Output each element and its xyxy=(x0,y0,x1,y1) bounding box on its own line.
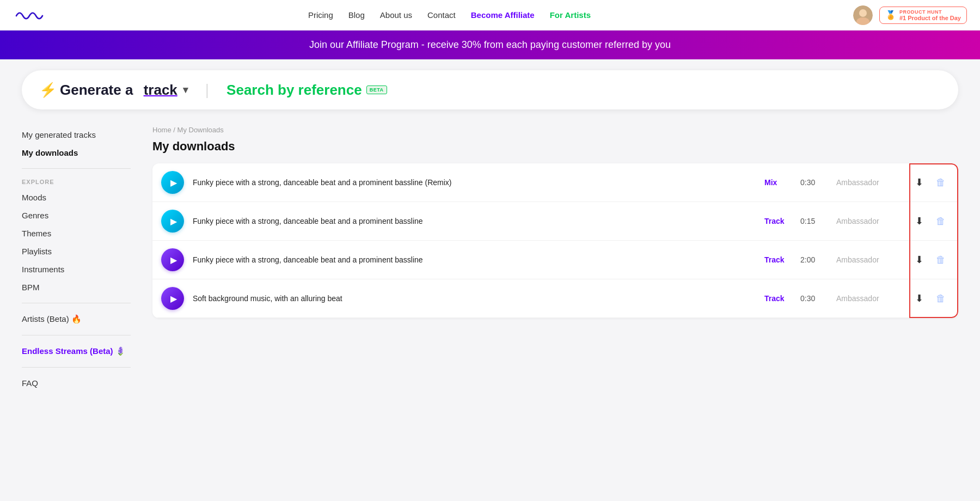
table-row: ▶ Funky piece with a strong, danceable b… xyxy=(152,202,958,241)
play-button-2[interactable]: ▶ xyxy=(161,210,184,233)
table-row: ▶ Funky piece with a strong, danceable b… xyxy=(152,241,958,279)
track-type-4[interactable]: Track xyxy=(764,294,792,303)
affiliate-banner[interactable]: Join our Affiliate Program - receive 30%… xyxy=(0,30,980,59)
breadcrumb-separator: / xyxy=(173,126,177,134)
nav-right: 🏅 PRODUCT HUNT #1 Product of the Day xyxy=(853,5,967,25)
track-description-4: Soft background music, with an alluring … xyxy=(193,294,756,303)
nav-links: Pricing Blog About us Contact Become Aff… xyxy=(308,10,591,20)
sidebar-divider-1 xyxy=(22,168,131,169)
sidebar-item-endless-streams[interactable]: Endless Streams (Beta) 🪻 xyxy=(22,342,131,361)
track-description-2: Funky piece with a strong, danceable bea… xyxy=(193,217,756,225)
ph-sublabel: #1 Product of the Day xyxy=(899,15,961,21)
download-button-3[interactable]: ⬇ xyxy=(910,251,928,268)
track-type-3[interactable]: Track xyxy=(764,255,792,264)
content-area: Home / My Downloads My downloads ▶ Funky… xyxy=(142,120,958,392)
chevron-down-icon: ▾ xyxy=(183,84,188,96)
sidebar-item-instruments[interactable]: Instruments xyxy=(22,260,131,278)
delete-button-2[interactable]: 🗑 xyxy=(932,212,950,230)
ph-medal-icon: 🏅 xyxy=(885,10,896,20)
sidebar-divider-3 xyxy=(22,335,131,335)
play-icon: ▶ xyxy=(170,294,177,304)
search-bar: ⚡ Generate a track ▾ | Search by referen… xyxy=(22,70,958,109)
track-plan-4: Ambassador xyxy=(836,294,902,303)
sidebar-divider-2 xyxy=(22,303,131,303)
sidebar-divider-4 xyxy=(22,367,131,368)
play-icon: ▶ xyxy=(170,255,177,265)
explore-section-label: EXPLORE xyxy=(22,179,131,185)
breadcrumb-current: My Downloads xyxy=(177,126,224,134)
track-description-3: Funky piece with a strong, danceable bea… xyxy=(193,255,756,264)
nav-pricing[interactable]: Pricing xyxy=(308,10,333,20)
generate-label: Generate a xyxy=(60,82,133,99)
nav-blog[interactable]: Blog xyxy=(348,10,365,20)
main-layout: My generated tracks My downloads EXPLORE… xyxy=(22,120,958,392)
page-title: My downloads xyxy=(152,139,958,154)
table-row: ▶ Funky piece with a strong, danceable b… xyxy=(152,163,958,202)
track-actions-1: ⬇ 🗑 xyxy=(910,174,950,191)
sidebar-item-themes[interactable]: Themes xyxy=(22,224,131,242)
play-button-1[interactable]: ▶ xyxy=(161,171,184,194)
track-duration-1: 0:30 xyxy=(800,178,828,187)
track-plan-3: Ambassador xyxy=(836,255,902,264)
nav-contact[interactable]: Contact xyxy=(427,10,456,20)
track-actions-2: ⬇ 🗑 xyxy=(910,212,950,230)
delete-button-3[interactable]: 🗑 xyxy=(932,251,950,268)
track-duration-4: 0:30 xyxy=(800,294,828,303)
product-hunt-badge[interactable]: 🏅 PRODUCT HUNT #1 Product of the Day xyxy=(879,7,967,24)
sidebar-item-genres[interactable]: Genres xyxy=(22,206,131,224)
play-icon: ▶ xyxy=(170,178,177,188)
divider: | xyxy=(205,81,209,99)
lightning-icon: ⚡ xyxy=(39,82,57,99)
search-ref-label: Search by reference xyxy=(226,82,362,99)
track-type-2[interactable]: Track xyxy=(764,217,792,225)
track-plan-2: Ambassador xyxy=(836,217,902,225)
sidebar-item-playlists[interactable]: Playlists xyxy=(22,242,131,260)
sidebar-item-bpm[interactable]: BPM xyxy=(22,278,131,296)
top-nav: Pricing Blog About us Contact Become Aff… xyxy=(0,0,980,30)
track-word: track xyxy=(144,82,177,99)
track-duration-2: 0:15 xyxy=(800,217,828,225)
sidebar-item-faq[interactable]: FAQ xyxy=(22,374,131,392)
sidebar-item-my-downloads[interactable]: My downloads xyxy=(22,144,131,162)
sidebar-item-artists-beta[interactable]: Artists (Beta) 🔥 xyxy=(22,310,131,328)
play-button-4[interactable]: ▶ xyxy=(161,287,184,310)
sidebar-item-generated-tracks[interactable]: My generated tracks xyxy=(22,126,131,144)
delete-button-1[interactable]: 🗑 xyxy=(932,174,950,191)
nav-about[interactable]: About us xyxy=(380,10,412,20)
breadcrumb-home[interactable]: Home xyxy=(152,126,171,134)
downloads-table: ▶ Funky piece with a strong, danceable b… xyxy=(152,163,958,318)
generate-track-button[interactable]: ⚡ Generate a track ▾ xyxy=(39,82,188,99)
play-button-3[interactable]: ▶ xyxy=(161,248,184,271)
logo[interactable] xyxy=(13,6,46,25)
avatar[interactable] xyxy=(853,5,873,25)
download-button-1[interactable]: ⬇ xyxy=(910,174,928,191)
search-by-reference-button[interactable]: Search by reference BETA xyxy=(226,82,387,99)
track-plan-1: Ambassador xyxy=(836,178,902,187)
nav-affiliate[interactable]: Become Affiliate xyxy=(471,10,535,20)
play-icon: ▶ xyxy=(170,216,177,227)
ph-label: PRODUCT HUNT xyxy=(899,9,961,15)
track-description-1: Funky piece with a strong, danceable bea… xyxy=(193,178,756,187)
track-actions-4: ⬇ 🗑 xyxy=(910,290,950,307)
download-button-4[interactable]: ⬇ xyxy=(910,290,928,307)
track-actions-3: ⬇ 🗑 xyxy=(910,251,950,268)
nav-for-artists[interactable]: For Artists xyxy=(550,10,591,20)
download-button-2[interactable]: ⬇ xyxy=(910,212,928,230)
track-duration-3: 2:00 xyxy=(800,255,828,264)
breadcrumb: Home / My Downloads xyxy=(152,126,958,134)
sidebar-item-moods[interactable]: Moods xyxy=(22,188,131,206)
beta-badge: BETA xyxy=(366,85,387,94)
delete-button-4[interactable]: 🗑 xyxy=(932,290,950,307)
sidebar: My generated tracks My downloads EXPLORE… xyxy=(22,120,142,392)
table-row: ▶ Soft background music, with an allurin… xyxy=(152,279,958,318)
track-type-1[interactable]: Mix xyxy=(764,178,792,187)
